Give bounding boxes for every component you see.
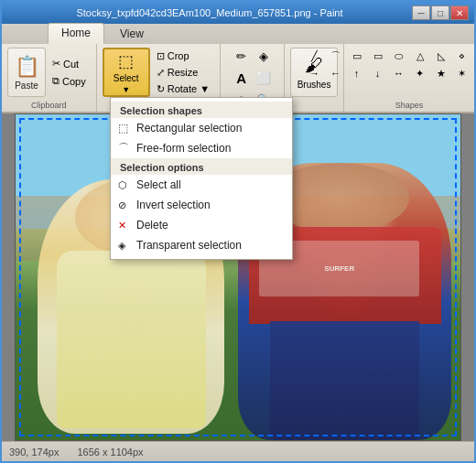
copy-icon: ⧉ [52, 75, 60, 87]
cut-icon: ✂ [52, 58, 60, 70]
image-action-buttons: ⊡ Crop ⤢ Resize ↻ Rotate ▼ [152, 48, 214, 97]
shape-star4[interactable]: ✦ [410, 65, 430, 81]
resize-label: Resize [168, 67, 199, 78]
maximize-button[interactable]: □ [431, 5, 449, 20]
select-all-item[interactable]: ⬡ Select all [111, 175, 292, 195]
crop-icon: ⊡ [157, 50, 165, 62]
shape-arrow-down[interactable]: ↓ [368, 65, 388, 81]
pencil-tool[interactable]: ✏ [232, 46, 252, 66]
clipboard-group: 📋 Paste ✂ Cut ⧉ Copy Clipboard [2, 44, 97, 112]
cut-button[interactable]: ✂ Cut [48, 56, 91, 72]
paste-icon: 📋 [15, 55, 39, 79]
shape-rect[interactable]: ▭ [347, 48, 367, 64]
rotate-label: Rotate ▼ [168, 83, 210, 94]
text-tool[interactable]: A [232, 68, 252, 88]
copy-button[interactable]: ⧉ Copy [48, 73, 91, 90]
window-title: Stocksy_txpfd042cd3EAm100_Medium_657851.… [7, 7, 412, 18]
tab-home[interactable]: Home [48, 23, 104, 44]
copy-label: Copy [62, 76, 86, 87]
window-controls: ─ □ ✕ [412, 5, 469, 20]
selection-shapes-header: Selection shapes [111, 102, 292, 118]
shape-pentagon[interactable]: ⬠ [473, 48, 476, 64]
shape-ellipse[interactable]: ⬭ [389, 48, 409, 64]
person-right-bottom [270, 321, 419, 440]
size-display: 1656 x 1104px [77, 447, 143, 458]
select-button[interactable]: ⬚ Select ▼ [103, 48, 150, 97]
shape-arrow-up[interactable]: ↑ [347, 65, 367, 81]
shape-line[interactable]: ╱ [305, 48, 325, 64]
cut-copy-buttons: ✂ Cut ⧉ Copy [48, 56, 91, 90]
select-label: Select [114, 73, 139, 83]
clipboard-content: 📋 Paste ✂ Cut ⧉ Copy [7, 44, 91, 99]
shape-star6[interactable]: ✶ [452, 65, 472, 81]
fill-tool[interactable]: ◈ [254, 46, 274, 66]
rotate-icon: ↻ [157, 83, 165, 95]
free-form-selection-item[interactable]: ⌒ Free-form selection [111, 138, 292, 158]
clipboard-label: Clipboard [2, 101, 96, 110]
title-bar: 💾 ↩ ↪ ▼ Stocksy_txpfd042cd3EAm100_Medium… [2, 2, 474, 24]
cut-label: Cut [63, 59, 79, 70]
delete-item[interactable]: ✕ Delete [111, 215, 292, 235]
dropdown-menu: Selection shapes ⬚ Rectangular selection… [110, 97, 293, 260]
shapes-group: ╱ ⌒ ▭ ▭ ⬭ △ ◺ ⋄ ⬠ ⬡ → ← ↑ ↓ ↔ ✦ ★ ✶ 💬 ♥ [344, 44, 474, 112]
rectangular-icon: ⬚ [118, 122, 128, 135]
shape-roundrect[interactable]: ▭ [368, 48, 388, 64]
shape-star5[interactable]: ★ [431, 65, 451, 81]
coords-display: 390, 174px [9, 447, 59, 458]
transparent-icon: ◈ [118, 240, 125, 252]
paste-label: Paste [15, 81, 38, 91]
freeform-icon: ⌒ [118, 141, 129, 156]
rectangular-selection-item[interactable]: ⬚ Rectangular selection [111, 118, 292, 138]
crop-button[interactable]: ⊡ Crop [152, 48, 214, 64]
image-content: ⬚ Select ▼ ⊡ Crop ⤢ Resize ↻ Rotate [103, 44, 214, 99]
select-all-icon: ⬡ [118, 179, 127, 191]
selection-options-header: Selection options [111, 158, 292, 175]
shape-4point-arrow[interactable]: ↔ [389, 65, 409, 81]
transparent-selection-item[interactable]: ◈ Transparent selection [111, 235, 292, 255]
invert-icon: ⊘ [118, 199, 126, 211]
select-dropdown-icon: ▼ [122, 85, 130, 94]
shape-arrow[interactable]: → [305, 65, 325, 81]
shape-diamond[interactable]: ⋄ [452, 48, 472, 64]
shapes-content: ╱ ⌒ ▭ ▭ ⬭ △ ◺ ⋄ ⬠ ⬡ → ← ↑ ↓ ↔ ✦ ★ ✶ 💬 ♥ [301, 44, 476, 102]
crop-label: Crop [168, 50, 189, 61]
close-button[interactable]: ✕ [450, 5, 469, 20]
rotate-button[interactable]: ↻ Rotate ▼ [152, 81, 214, 97]
invert-selection-item[interactable]: ⊘ Invert selection [111, 195, 292, 215]
minimize-button[interactable]: ─ [412, 5, 430, 20]
shapes-label: Shapes [344, 101, 474, 110]
paste-button[interactable]: 📋 Paste [7, 48, 46, 97]
resize-button[interactable]: ⤢ Resize [152, 65, 214, 81]
resize-icon: ⤢ [157, 67, 165, 79]
main-window: 💾 ↩ ↪ ▼ Stocksy_txpfd042cd3EAm100_Medium… [0, 0, 476, 463]
shape-right-triangle[interactable]: ◺ [431, 48, 451, 64]
eraser-tool[interactable]: ⬜ [254, 68, 274, 88]
shape-callout[interactable]: 💬 [473, 65, 476, 81]
delete-icon: ✕ [118, 220, 126, 232]
shape-triangle[interactable]: △ [410, 48, 430, 64]
tab-view[interactable]: View [106, 24, 157, 44]
person-left-body [57, 251, 206, 428]
ribbon-tab-bar: Home View [2, 24, 474, 44]
status-bar: 390, 174px 1656 x 1104px [2, 441, 474, 461]
shape-curve[interactable]: ⌒ [326, 48, 346, 64]
shape-arrow-left[interactable]: ← [326, 65, 346, 81]
select-icon: ⬚ [118, 51, 134, 71]
